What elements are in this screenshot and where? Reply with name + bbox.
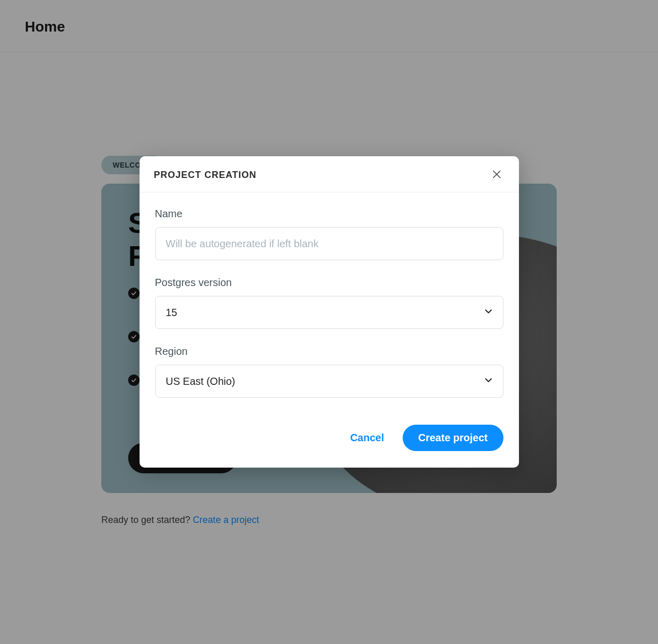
modal-overlay[interactable]: PROJECT CREATION Name Postgres version 1… [0,0,658,644]
region-value: US East (Ohio) [166,376,235,387]
postgres-version-select[interactable]: 15 [155,296,503,329]
project-creation-modal: PROJECT CREATION Name Postgres version 1… [140,156,519,468]
modal-footer: Cancel Create project [140,420,519,468]
modal-header: PROJECT CREATION [140,156,519,192]
form-group-region: Region US East (Ohio) [155,346,503,398]
close-button[interactable] [489,167,504,184]
modal-body: Name Postgres version 15 Region [140,192,519,420]
postgres-version-label: Postgres version [155,277,503,289]
postgres-version-value: 15 [166,307,177,319]
form-group-name: Name [155,208,503,260]
form-group-postgres: Postgres version 15 [155,277,503,329]
name-label: Name [155,208,503,220]
region-label: Region [155,346,503,357]
close-icon [491,174,502,182]
create-project-button[interactable]: Create project [403,425,503,451]
name-input[interactable] [155,227,503,260]
modal-title: PROJECT CREATION [154,170,257,181]
cancel-button[interactable]: Cancel [350,432,384,444]
region-select[interactable]: US East (Ohio) [155,365,503,398]
